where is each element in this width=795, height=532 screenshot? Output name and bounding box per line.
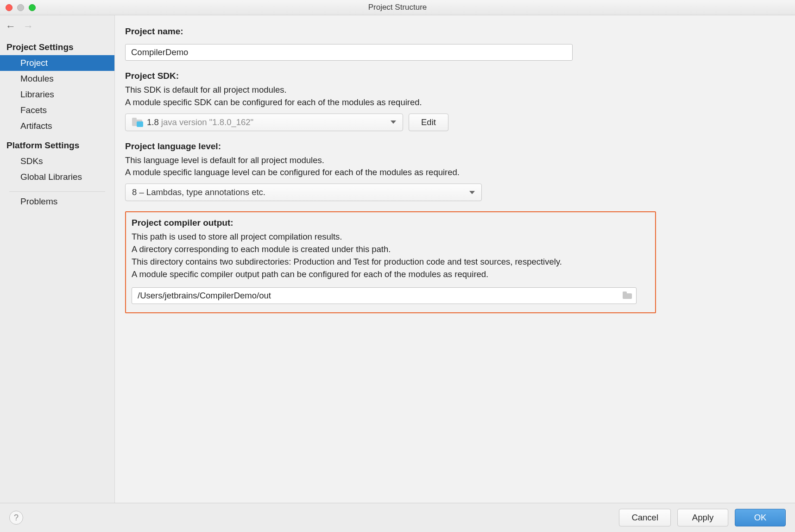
- language-level-desc-1: This language level is default for all p…: [125, 154, 785, 167]
- compiler-output-desc-1: This path is used to store all project c…: [132, 231, 650, 243]
- edit-sdk-button[interactable]: Edit: [409, 114, 448, 131]
- language-level-selected: 8 – Lambdas, type annotations etc.: [132, 187, 265, 197]
- sidebar-nav: ← →: [0, 17, 114, 36]
- project-sdk-label: Project SDK:: [125, 71, 785, 81]
- window-title: Project Structure: [0, 3, 795, 12]
- sidebar-separator: [9, 191, 105, 192]
- sdk-folder-icon: [132, 119, 142, 126]
- sidebar-item-sdks[interactable]: SDKs: [0, 153, 114, 169]
- project-name-label: Project name:: [125, 26, 785, 37]
- compiler-output-label: Project compiler output:: [132, 218, 650, 228]
- project-sdk-selected-prefix: 1.8: [147, 117, 159, 127]
- language-level-desc-2: A module specific language level can be …: [125, 166, 785, 179]
- titlebar: Project Structure: [0, 0, 795, 15]
- project-sdk-desc-2: A module specific SDK can be configured …: [125, 96, 785, 109]
- back-arrow-icon[interactable]: ←: [6, 21, 16, 32]
- sidebar: ← → Project Settings Project Modules Lib…: [0, 15, 115, 503]
- sidebar-item-global-libraries[interactable]: Global Libraries: [0, 169, 114, 185]
- project-sdk-desc-1: This SDK is default for all project modu…: [125, 84, 785, 96]
- chevron-down-icon: [391, 120, 396, 124]
- minimize-window-button[interactable]: [17, 4, 24, 11]
- help-button[interactable]: ?: [9, 511, 23, 525]
- project-name-input[interactable]: [125, 44, 573, 61]
- project-sdk-selected: 1.8 java version "1.8.0_162": [147, 117, 253, 127]
- main-panel: Project name: Project SDK: This SDK is d…: [115, 15, 795, 503]
- sidebar-heading-platform-settings: Platform Settings: [0, 134, 114, 153]
- sidebar-heading-project-settings: Project Settings: [0, 36, 114, 55]
- content-area: ← → Project Settings Project Modules Lib…: [0, 15, 795, 503]
- project-sdk-dropdown[interactable]: 1.8 java version "1.8.0_162": [125, 114, 403, 131]
- sidebar-item-project[interactable]: Project: [0, 55, 114, 71]
- cancel-button[interactable]: Cancel: [619, 509, 671, 526]
- language-level-dropdown[interactable]: 8 – Lambdas, type annotations etc.: [125, 184, 482, 201]
- forward-arrow-icon: →: [23, 21, 33, 32]
- sidebar-item-libraries[interactable]: Libraries: [0, 87, 114, 102]
- compiler-output-highlight: Project compiler output: This path is us…: [125, 211, 656, 313]
- language-level-label: Project language level:: [125, 141, 785, 152]
- compiler-output-path-input[interactable]: [132, 287, 637, 304]
- compiler-output-desc-2: A directory corresponding to each module…: [132, 243, 650, 256]
- browse-folder-icon[interactable]: [623, 292, 633, 299]
- project-sdk-selected-suffix: java version "1.8.0_162": [159, 117, 253, 127]
- close-window-button[interactable]: [6, 4, 13, 11]
- window-controls: [6, 4, 36, 11]
- compiler-output-desc-4: A module specific compiler output path c…: [132, 268, 650, 281]
- compiler-output-desc-3: This directory contains two subdirectori…: [132, 256, 650, 268]
- ok-button[interactable]: OK: [735, 509, 786, 526]
- apply-button[interactable]: Apply: [677, 509, 728, 526]
- sidebar-item-facets[interactable]: Facets: [0, 102, 114, 118]
- sidebar-item-modules[interactable]: Modules: [0, 71, 114, 87]
- sidebar-item-artifacts[interactable]: Artifacts: [0, 118, 114, 134]
- chevron-down-icon: [469, 191, 475, 194]
- dialog-footer: ? Cancel Apply OK: [0, 503, 795, 532]
- sidebar-item-problems[interactable]: Problems: [0, 194, 114, 209]
- zoom-window-button[interactable]: [29, 4, 36, 11]
